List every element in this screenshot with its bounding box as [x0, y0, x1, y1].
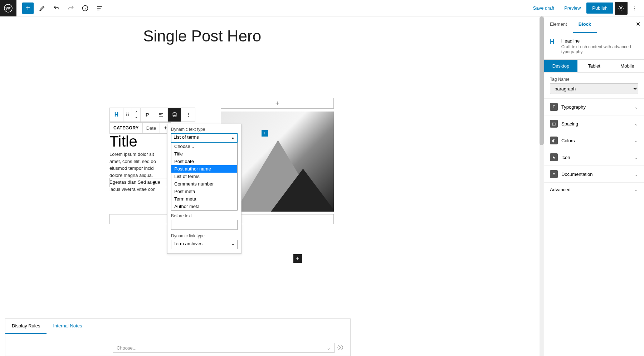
bottom-panel-tabs: Display Rules Internal Notes — [5, 318, 351, 334]
chevron-down-icon: ⌄ — [634, 138, 638, 143]
block-toolbar: H ⠿ ⌃⌄ P ⋮ — [109, 108, 195, 122]
insert-plus-badge[interactable]: + — [262, 130, 268, 137]
edit-icon[interactable] — [36, 3, 48, 14]
device-tab-desktop[interactable]: Desktop — [544, 60, 577, 72]
dynamic-data-popup: Dynamic text type List of terms⌄ Choose.… — [167, 124, 241, 254]
display-rule-choose-select[interactable]: Choose...⌄ — [113, 343, 335, 353]
redo-icon[interactable] — [65, 3, 77, 14]
icon-icon: ★ — [550, 153, 558, 161]
add-block-button[interactable]: + — [22, 3, 34, 14]
block-description: Craft text-rich content with advanced ty… — [561, 44, 638, 54]
drag-handle-icon[interactable]: ⠿ — [123, 108, 132, 122]
editor-canvas: Single Post Hero + H ⠿ ⌃⌄ P ⋮ CATEGORY D… — [0, 16, 544, 356]
dropdown-option[interactable]: Comments number — [171, 180, 237, 188]
device-tab-mobile[interactable]: Mobile — [611, 60, 644, 72]
tab-element[interactable]: Element — [544, 16, 573, 33]
headline-icon: H — [550, 38, 557, 47]
device-tabs: Desktop Tablet Mobile — [544, 60, 644, 73]
dropdown-option[interactable]: Post author name — [171, 165, 237, 173]
info-icon[interactable] — [79, 3, 91, 14]
before-text-input[interactable] — [171, 220, 238, 230]
dropdown-option[interactable]: Post meta — [171, 188, 237, 195]
documentation-icon: ≡ — [550, 170, 558, 178]
block-name: Headline — [561, 38, 638, 44]
accordion-colors[interactable]: ◐Colors ⌄ — [544, 132, 644, 149]
align-icon[interactable] — [154, 108, 168, 122]
svg-point-3 — [173, 113, 176, 114]
dynamic-link-type-select[interactable]: Term archives⌄ — [171, 240, 238, 249]
spacing-icon: ◫ — [550, 120, 558, 128]
accordion-advanced[interactable]: Advanced ⌄ — [544, 183, 644, 197]
tab-display-rules[interactable]: Display Rules — [5, 319, 47, 334]
scrollbar-thumb[interactable] — [540, 16, 544, 145]
accordion-icon[interactable]: ★Icon ⌄ — [544, 149, 644, 166]
svg-point-0 — [4, 4, 12, 12]
add-block-floating-button[interactable]: + — [293, 254, 302, 263]
dropdown-option[interactable]: Title — [171, 150, 237, 158]
date-label[interactable]: Date — [143, 123, 160, 133]
list-view-icon[interactable] — [94, 3, 105, 14]
typography-icon: T — [550, 103, 558, 111]
dropdown-option[interactable]: List of terms — [171, 173, 237, 180]
headline-block-icon[interactable]: H — [110, 108, 123, 122]
move-updown-icon[interactable]: ⌃⌄ — [132, 108, 141, 122]
block-header: H Headline Craft text-rich content with … — [544, 33, 644, 60]
page-title[interactable]: Single Post Hero — [143, 27, 544, 45]
chevron-down-icon: ⌄ — [634, 121, 638, 127]
dynamic-data-icon[interactable] — [168, 108, 181, 122]
block-more-icon[interactable]: ⋮ — [181, 108, 195, 122]
sidebar-tabs: Element Block ✕ — [544, 16, 644, 33]
topbar-right-tools: Save draft Preview Publish ⋮ — [529, 2, 644, 15]
paragraph-tag-button[interactable]: P — [141, 108, 154, 122]
chevron-down-icon: ⌄ — [634, 104, 638, 110]
dynamic-text-type-select[interactable]: List of terms⌄ — [171, 133, 238, 143]
chevron-down-icon: ⌄ — [634, 172, 638, 177]
dropdown-option[interactable]: Choose... — [171, 143, 237, 150]
bottom-panel-body: Choose...⌄ ⓧ — [5, 334, 351, 356]
remove-rule-icon[interactable]: ⓧ — [337, 344, 345, 351]
meta-row: CATEGORY Date + + — [109, 122, 171, 134]
post-title-field[interactable]: Title — [109, 133, 137, 150]
publish-button[interactable]: Publish — [586, 3, 613, 14]
preview-button[interactable]: Preview — [560, 3, 585, 14]
category-label[interactable]: CATEGORY — [110, 123, 143, 133]
close-sidebar-icon[interactable]: ✕ — [636, 21, 640, 28]
settings-sidebar: Element Block ✕ H Headline Craft text-ri… — [544, 16, 644, 356]
save-draft-button[interactable]: Save draft — [529, 3, 558, 14]
top-toolbar: + Save draft Preview Publish ⋮ — [0, 0, 644, 16]
dynamic-text-type-label: Dynamic text type — [171, 127, 238, 132]
tab-internal-notes[interactable]: Internal Notes — [47, 319, 88, 334]
dropdown-option[interactable]: Term meta — [171, 195, 237, 203]
more-options-icon[interactable]: ⋮ — [629, 3, 640, 14]
colors-icon: ◐ — [550, 137, 558, 144]
dynamic-link-type-label: Dynamic link type — [171, 233, 238, 238]
tag-name-select[interactable]: paragraph — [550, 83, 638, 94]
main-area: Single Post Hero + H ⠿ ⌃⌄ P ⋮ CATEGORY D… — [0, 16, 644, 356]
tag-name-label: Tag Name — [550, 77, 638, 82]
topbar-left-tools: + — [16, 3, 105, 14]
tab-block[interactable]: Block — [573, 16, 597, 33]
bottom-panel: Display Rules Internal Notes Choose...⌄ … — [5, 318, 351, 356]
before-text-label: Before text — [171, 213, 238, 218]
wordpress-logo[interactable] — [0, 0, 16, 16]
chevron-down-icon: ⌄ — [634, 187, 638, 192]
chevron-down-icon: ⌄ — [634, 155, 638, 160]
device-tab-tablet[interactable]: Tablet — [577, 60, 611, 72]
svg-point-2 — [620, 7, 622, 9]
accordion-spacing[interactable]: ◫Spacing ⌄ — [544, 115, 644, 132]
undo-icon[interactable] — [51, 3, 62, 14]
dropdown-option[interactable]: Author meta — [171, 203, 237, 210]
dropdown-option[interactable]: Post date — [171, 158, 237, 165]
tag-name-section: Tag Name paragraph — [544, 73, 644, 99]
dynamic-text-type-dropdown: Choose...TitlePost datePost author nameL… — [171, 143, 238, 211]
accordion-documentation[interactable]: ≡Documentation ⌄ — [544, 166, 644, 183]
add-block-placeholder[interactable]: + — [221, 98, 334, 109]
settings-icon[interactable] — [615, 2, 628, 15]
accordion-typography[interactable]: TTypography ⌄ — [544, 99, 644, 115]
